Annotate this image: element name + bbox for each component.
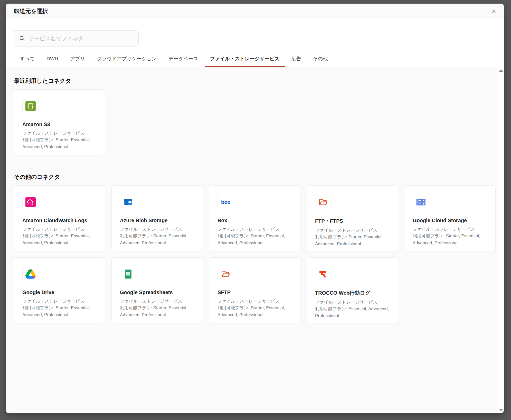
- scrollbar[interactable]: [498, 67, 504, 413]
- connector-card-trocco-web-log[interactable]: TROCCO Web行動ログファイル・ストレージサービス利用可能プラン: Ess…: [307, 257, 398, 323]
- google-cloud-storage-icon: [413, 194, 429, 210]
- tab-bar: すべてDWHアプリクラウドアプリケーションデータベースファイル・ストレージサービ…: [6, 56, 504, 67]
- connector-category: ファイル・ストレージサービス: [217, 226, 292, 233]
- connector-description: ファイル・ストレージサービス利用可能プラン: Starter, Essentia…: [217, 298, 292, 318]
- connector-card-box[interactable]: boxBoxファイル・ストレージサービス利用可能プラン: Starter, Es…: [209, 185, 300, 251]
- connector-plans: 利用可能プラン: Starter, Essential, Advanced, P…: [315, 234, 390, 247]
- modal-header: 転送元を選択 ×: [6, 4, 504, 19]
- amazon-s3-icon: [22, 98, 39, 114]
- connector-card-amazon-s3[interactable]: Amazon S3ファイル・ストレージサービス利用可能プラン: Starter,…: [14, 89, 105, 155]
- azure-blob-storage-icon: [120, 194, 136, 210]
- connector-card-amazon-cloudwatch-logs[interactable]: Amazon CloudWatch Logsファイル・ストレージサービス利用可能…: [14, 185, 105, 251]
- scroll-down-icon[interactable]: [499, 409, 503, 411]
- connector-category: ファイル・ストレージサービス: [315, 227, 390, 234]
- connector-card-google-drive[interactable]: Google Driveファイル・ストレージサービス利用可能プラン: Start…: [14, 257, 105, 323]
- tab-3[interactable]: クラウドアプリケーション: [97, 56, 157, 67]
- connector-description: ファイル・ストレージサービス利用可能プラン: Starter, Essentia…: [315, 227, 390, 247]
- connector-description: ファイル・ストレージサービス利用可能プラン: Starter, Essentia…: [22, 130, 97, 150]
- section-title: 最近利用したコネクタ: [14, 77, 488, 85]
- google-drive-icon: [22, 266, 39, 282]
- google-spreadsheets-icon: [120, 266, 136, 282]
- connector-name: Box: [217, 218, 292, 223]
- box-icon: box: [217, 194, 234, 210]
- connector-grid: Amazon CloudWatch Logsファイル・ストレージサービス利用可能…: [14, 185, 488, 323]
- connector-card-google-cloud-storage[interactable]: Google Cloud Storageファイル・ストレージサービス利用可能プラ…: [404, 185, 496, 251]
- tab-7[interactable]: その他: [313, 56, 328, 67]
- connector-section: 最近利用したコネクタ Amazon S3ファイル・ストレージサービス利用可能プラ…: [14, 77, 488, 155]
- connector-section: その他のコネクタ Amazon CloudWatch Logsファイル・ストレー…: [14, 173, 488, 323]
- connector-name: Google Cloud Storage: [413, 218, 487, 223]
- amazon-cloudwatch-logs-icon: [22, 194, 39, 210]
- connector-description: ファイル・ストレージサービス利用可能プラン: Starter, Essentia…: [22, 226, 97, 246]
- connector-category: ファイル・ストレージサービス: [22, 298, 97, 305]
- connector-plans: 利用可能プラン: Starter, Essential, Advanced, P…: [120, 305, 194, 318]
- connector-category: ファイル・ストレージサービス: [120, 298, 194, 305]
- connector-card-ftp-ftps[interactable]: FTP・FTPSファイル・ストレージサービス利用可能プラン: Starter, …: [307, 185, 398, 251]
- source-select-modal: 転送元を選択 × すべてDWHアプリクラウドアプリケーションデータベースファイル…: [6, 4, 504, 413]
- connector-plans: 利用可能プラン: Starter, Essential, Advanced, P…: [217, 305, 292, 318]
- section-title: その他のコネクタ: [14, 173, 488, 181]
- search-input[interactable]: [29, 35, 133, 42]
- connector-card-google-spreadsheets[interactable]: Google Spreadsheetsファイル・ストレージサービス利用可能プラン…: [111, 257, 203, 323]
- trocco-web-log-icon: [315, 266, 332, 282]
- ftp-ftps-icon: [315, 194, 332, 210]
- modal-toolbar: すべてDWHアプリクラウドアプリケーションデータベースファイル・ストレージサービ…: [6, 19, 504, 67]
- close-icon[interactable]: ×: [489, 7, 498, 16]
- connector-plans: 利用可能プラン: Starter, Essential, Advanced, P…: [22, 233, 97, 246]
- connector-category: ファイル・ストレージサービス: [413, 226, 487, 233]
- connector-list: 最近利用したコネクタ Amazon S3ファイル・ストレージサービス利用可能プラ…: [6, 67, 504, 413]
- connector-category: ファイル・ストレージサービス: [217, 298, 292, 305]
- tab-4[interactable]: データベース: [168, 56, 198, 67]
- connector-description: ファイル・ストレージサービス利用可能プラン: Starter, Essentia…: [217, 226, 292, 246]
- connector-description: ファイル・ストレージサービス利用可能プラン: Starter, Essentia…: [22, 298, 97, 318]
- connector-description: ファイル・ストレージサービス利用可能プラン: Essential, Advanc…: [315, 299, 390, 319]
- connector-category: ファイル・ストレージサービス: [120, 226, 194, 233]
- connector-name: FTP・FTPS: [315, 218, 390, 225]
- connector-name: Google Drive: [22, 290, 97, 295]
- connector-plans: 利用可能プラン: Essential, Advanced, Profession…: [315, 306, 390, 319]
- tab-0[interactable]: すべて: [20, 56, 35, 67]
- tab-6[interactable]: 広告: [291, 56, 301, 67]
- connector-category: ファイル・ストレージサービス: [315, 299, 390, 306]
- tab-1[interactable]: DWH: [46, 56, 58, 67]
- scroll-up-icon[interactable]: [499, 69, 503, 72]
- connector-description: ファイル・ストレージサービス利用可能プラン: Starter, Essentia…: [120, 226, 194, 246]
- connector-card-azure-blob-storage[interactable]: Azure Blob Storageファイル・ストレージサービス利用可能プラン:…: [111, 185, 203, 251]
- search-icon: [19, 36, 25, 41]
- connector-plans: 利用可能プラン: Starter, Essential, Advanced, P…: [22, 137, 97, 150]
- connector-name: Amazon CloudWatch Logs: [22, 218, 97, 223]
- connector-plans: 利用可能プラン: Starter, Essential, Advanced, P…: [217, 233, 292, 246]
- connector-name: Google Spreadsheets: [120, 290, 194, 295]
- connector-category: ファイル・ストレージサービス: [22, 226, 97, 233]
- search-box[interactable]: [14, 30, 139, 46]
- connector-name: SFTP: [217, 290, 292, 295]
- connector-category: ファイル・ストレージサービス: [22, 130, 97, 137]
- tab-active-5[interactable]: ファイル・ストレージサービス: [210, 56, 280, 67]
- modal-title: 転送元を選択: [14, 7, 48, 15]
- connector-description: ファイル・ストレージサービス利用可能プラン: Starter, Essentia…: [120, 298, 194, 318]
- connector-plans: 利用可能プラン: Starter, Essential, Advanced, P…: [120, 233, 194, 246]
- connector-grid: Amazon S3ファイル・ストレージサービス利用可能プラン: Starter,…: [14, 89, 488, 155]
- connector-card-sftp[interactable]: SFTPファイル・ストレージサービス利用可能プラン: Starter, Esse…: [209, 257, 300, 323]
- sftp-icon: [217, 266, 234, 282]
- connector-name: TROCCO Web行動ログ: [315, 290, 390, 296]
- connector-name: Amazon S3: [22, 122, 97, 127]
- tab-2[interactable]: アプリ: [70, 56, 85, 67]
- modal-body: 最近利用したコネクタ Amazon S3ファイル・ストレージサービス利用可能プラ…: [6, 67, 504, 413]
- connector-description: ファイル・ストレージサービス利用可能プラン: Starter, Essentia…: [413, 226, 487, 246]
- connector-name: Azure Blob Storage: [120, 218, 194, 223]
- connector-plans: 利用可能プラン: Starter, Essential, Advanced, P…: [413, 233, 487, 246]
- connector-plans: 利用可能プラン: Starter, Essential, Advanced, P…: [22, 305, 97, 318]
